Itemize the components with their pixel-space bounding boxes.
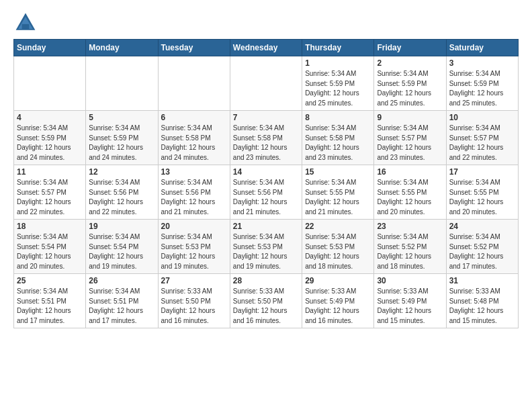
calendar-week-row: 4Sunrise: 5:34 AM Sunset: 5:59 PM Daylig… (14, 111, 519, 165)
calendar-cell: 21Sunrise: 5:34 AM Sunset: 5:53 PM Dayli… (230, 220, 302, 274)
calendar-cell: 23Sunrise: 5:34 AM Sunset: 5:52 PM Dayli… (374, 220, 446, 274)
day-number: 27 (161, 276, 227, 285)
calendar-cell: 10Sunrise: 5:34 AM Sunset: 5:57 PM Dayli… (446, 111, 518, 165)
day-number: 20 (161, 222, 227, 231)
calendar-day-header: Wednesday (230, 40, 302, 56)
day-number: 2 (377, 58, 443, 68)
calendar-cell: 14Sunrise: 5:34 AM Sunset: 5:56 PM Dayli… (230, 165, 302, 220)
calendar-cell: 15Sunrise: 5:34 AM Sunset: 5:55 PM Dayli… (302, 165, 374, 220)
calendar-cell: 5Sunrise: 5:34 AM Sunset: 5:59 PM Daylig… (86, 111, 158, 165)
day-info: Sunrise: 5:34 AM Sunset: 5:55 PM Dayligh… (449, 178, 515, 217)
day-info: Sunrise: 5:34 AM Sunset: 5:56 PM Dayligh… (89, 178, 154, 217)
calendar-day-header: Saturday (446, 40, 518, 56)
day-number: 21 (233, 222, 299, 231)
calendar-week-row: 25Sunrise: 5:34 AM Sunset: 5:51 PM Dayli… (14, 274, 519, 328)
calendar-cell (158, 56, 230, 111)
day-number: 17 (449, 167, 515, 177)
calendar-cell: 7Sunrise: 5:34 AM Sunset: 5:58 PM Daylig… (230, 111, 302, 165)
day-info: Sunrise: 5:33 AM Sunset: 5:50 PM Dayligh… (233, 287, 299, 326)
day-number: 15 (305, 167, 371, 177)
day-info: Sunrise: 5:34 AM Sunset: 5:53 PM Dayligh… (305, 232, 371, 271)
day-number: 22 (305, 222, 371, 231)
day-number: 7 (233, 113, 299, 122)
calendar-cell: 18Sunrise: 5:34 AM Sunset: 5:54 PM Dayli… (14, 220, 86, 274)
day-number: 28 (233, 276, 299, 285)
calendar-week-row: 11Sunrise: 5:34 AM Sunset: 5:57 PM Dayli… (14, 165, 519, 220)
calendar-cell: 24Sunrise: 5:34 AM Sunset: 5:52 PM Dayli… (446, 220, 518, 274)
calendar-cell: 12Sunrise: 5:34 AM Sunset: 5:56 PM Dayli… (86, 165, 158, 220)
calendar-cell: 6Sunrise: 5:34 AM Sunset: 5:58 PM Daylig… (158, 111, 230, 165)
day-info: Sunrise: 5:34 AM Sunset: 5:58 PM Dayligh… (161, 124, 227, 163)
day-info: Sunrise: 5:33 AM Sunset: 5:50 PM Dayligh… (161, 287, 227, 326)
calendar-week-row: 1Sunrise: 5:34 AM Sunset: 5:59 PM Daylig… (14, 56, 519, 111)
day-number: 14 (233, 167, 299, 177)
day-info: Sunrise: 5:34 AM Sunset: 5:58 PM Dayligh… (305, 124, 371, 163)
day-info: Sunrise: 5:34 AM Sunset: 5:56 PM Dayligh… (233, 178, 299, 217)
day-number: 13 (161, 167, 227, 177)
day-info: Sunrise: 5:34 AM Sunset: 5:55 PM Dayligh… (305, 178, 371, 217)
day-number: 1 (305, 58, 371, 68)
day-info: Sunrise: 5:34 AM Sunset: 5:57 PM Dayligh… (377, 124, 443, 163)
day-info: Sunrise: 5:34 AM Sunset: 5:57 PM Dayligh… (449, 124, 515, 163)
day-number: 9 (377, 113, 443, 122)
calendar-cell: 30Sunrise: 5:33 AM Sunset: 5:49 PM Dayli… (374, 274, 446, 328)
calendar-day-header: Friday (374, 40, 446, 56)
calendar-cell: 20Sunrise: 5:34 AM Sunset: 5:53 PM Dayli… (158, 220, 230, 274)
calendar-cell: 16Sunrise: 5:34 AM Sunset: 5:55 PM Dayli… (374, 165, 446, 220)
day-info: Sunrise: 5:34 AM Sunset: 5:54 PM Dayligh… (17, 232, 83, 271)
calendar-day-header: Tuesday (158, 40, 230, 56)
calendar-cell: 29Sunrise: 5:33 AM Sunset: 5:49 PM Dayli… (302, 274, 374, 328)
calendar-cell: 26Sunrise: 5:34 AM Sunset: 5:51 PM Dayli… (86, 274, 158, 328)
calendar-day-header: Thursday (302, 40, 374, 56)
calendar-cell: 31Sunrise: 5:33 AM Sunset: 5:48 PM Dayli… (446, 274, 518, 328)
calendar: SundayMondayTuesdayWednesdayThursdayFrid… (13, 39, 519, 328)
calendar-cell: 13Sunrise: 5:34 AM Sunset: 5:56 PM Dayli… (158, 165, 230, 220)
day-info: Sunrise: 5:34 AM Sunset: 5:59 PM Dayligh… (377, 69, 443, 108)
calendar-cell (86, 56, 158, 111)
logo-icon (13, 11, 38, 35)
calendar-cell: 3Sunrise: 5:34 AM Sunset: 5:59 PM Daylig… (446, 56, 518, 111)
day-number: 18 (17, 222, 83, 231)
day-info: Sunrise: 5:33 AM Sunset: 5:49 PM Dayligh… (305, 287, 371, 326)
logo (13, 11, 40, 35)
day-number: 23 (377, 222, 443, 231)
calendar-day-header: Sunday (14, 40, 86, 56)
calendar-header-row: SundayMondayTuesdayWednesdayThursdayFrid… (14, 40, 519, 56)
day-number: 16 (377, 167, 443, 177)
day-number: 12 (89, 167, 154, 177)
calendar-cell (14, 56, 86, 111)
calendar-cell (230, 56, 302, 111)
day-info: Sunrise: 5:34 AM Sunset: 5:52 PM Dayligh… (377, 232, 443, 271)
day-info: Sunrise: 5:34 AM Sunset: 5:52 PM Dayligh… (449, 232, 515, 271)
day-number: 26 (89, 276, 154, 285)
day-number: 11 (17, 167, 83, 177)
calendar-cell: 19Sunrise: 5:34 AM Sunset: 5:54 PM Dayli… (86, 220, 158, 274)
day-number: 24 (449, 222, 515, 231)
calendar-cell: 8Sunrise: 5:34 AM Sunset: 5:58 PM Daylig… (302, 111, 374, 165)
day-number: 29 (305, 276, 371, 285)
day-number: 6 (161, 113, 227, 122)
day-number: 10 (449, 113, 515, 122)
day-number: 25 (17, 276, 83, 285)
day-info: Sunrise: 5:34 AM Sunset: 5:59 PM Dayligh… (17, 124, 83, 163)
day-info: Sunrise: 5:34 AM Sunset: 5:57 PM Dayligh… (17, 178, 83, 217)
day-info: Sunrise: 5:34 AM Sunset: 5:53 PM Dayligh… (233, 232, 299, 271)
day-info: Sunrise: 5:34 AM Sunset: 5:53 PM Dayligh… (161, 232, 227, 271)
calendar-cell: 2Sunrise: 5:34 AM Sunset: 5:59 PM Daylig… (374, 56, 446, 111)
day-number: 3 (449, 58, 515, 68)
day-info: Sunrise: 5:34 AM Sunset: 5:56 PM Dayligh… (161, 178, 227, 217)
day-info: Sunrise: 5:34 AM Sunset: 5:54 PM Dayligh… (89, 232, 154, 271)
day-number: 4 (17, 113, 83, 122)
day-number: 30 (377, 276, 443, 285)
day-info: Sunrise: 5:34 AM Sunset: 5:59 PM Dayligh… (305, 69, 371, 108)
calendar-cell: 17Sunrise: 5:34 AM Sunset: 5:55 PM Dayli… (446, 165, 518, 220)
page: SundayMondayTuesdayWednesdayThursdayFrid… (0, 0, 532, 339)
calendar-cell: 25Sunrise: 5:34 AM Sunset: 5:51 PM Dayli… (14, 274, 86, 328)
day-number: 8 (305, 113, 371, 122)
calendar-cell: 22Sunrise: 5:34 AM Sunset: 5:53 PM Dayli… (302, 220, 374, 274)
day-info: Sunrise: 5:33 AM Sunset: 5:49 PM Dayligh… (377, 287, 443, 326)
day-info: Sunrise: 5:34 AM Sunset: 5:59 PM Dayligh… (89, 124, 154, 163)
calendar-week-row: 18Sunrise: 5:34 AM Sunset: 5:54 PM Dayli… (14, 220, 519, 274)
day-info: Sunrise: 5:33 AM Sunset: 5:48 PM Dayligh… (449, 287, 515, 326)
day-info: Sunrise: 5:34 AM Sunset: 5:55 PM Dayligh… (377, 178, 443, 217)
